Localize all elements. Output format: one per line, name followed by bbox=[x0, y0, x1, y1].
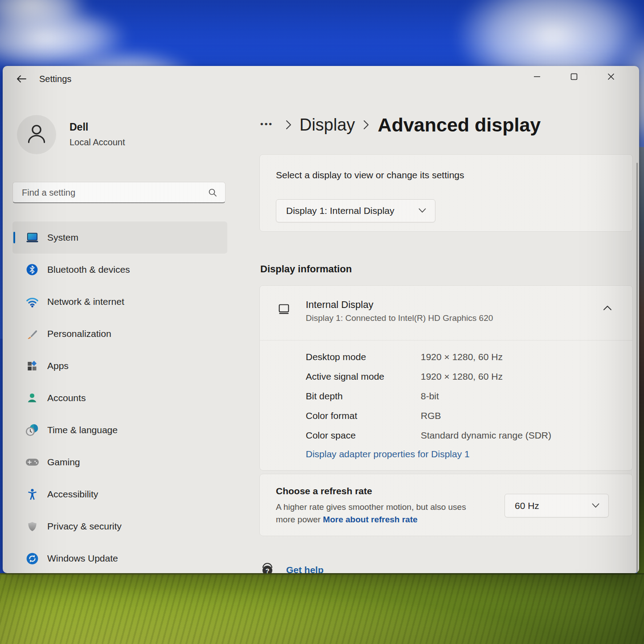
sidebar-item-privacy-security[interactable]: Privacy & security bbox=[12, 510, 227, 542]
search-input[interactable] bbox=[22, 184, 200, 201]
sidebar-item-personalization[interactable]: Personalization bbox=[12, 318, 227, 350]
account-type: Local Account bbox=[70, 137, 125, 148]
avatar[interactable] bbox=[17, 115, 56, 154]
accounts-icon bbox=[25, 391, 39, 405]
chevron-down-icon bbox=[592, 502, 599, 510]
gaming-icon bbox=[25, 455, 39, 469]
maximize-icon bbox=[570, 73, 578, 82]
maximize-button[interactable] bbox=[564, 69, 584, 86]
svg-text:?: ? bbox=[265, 567, 269, 573]
display-select-value: Display 1: Internal Display bbox=[286, 205, 394, 216]
select-display-heading: Select a display to view or change its s… bbox=[276, 170, 464, 180]
display-specs: Desktop mode 1920 × 1280, 60 Hz Active s… bbox=[306, 347, 551, 445]
window-title: Settings bbox=[39, 74, 71, 84]
sidebar-item-label: Gaming bbox=[47, 457, 80, 468]
back-arrow-icon bbox=[16, 75, 26, 85]
windows-update-icon bbox=[25, 551, 39, 566]
apps-icon bbox=[25, 359, 39, 373]
spec-label: Desktop mode bbox=[306, 352, 421, 362]
personalization-icon bbox=[25, 327, 39, 341]
get-help-label: Get help bbox=[286, 565, 324, 573]
bluetooth-icon bbox=[25, 263, 39, 277]
spec-value: 8-bit bbox=[421, 391, 439, 402]
chevron-up-icon[interactable] bbox=[603, 304, 612, 312]
spec-label: Bit depth bbox=[306, 391, 421, 402]
network-icon bbox=[25, 295, 39, 309]
back-button[interactable] bbox=[12, 71, 31, 88]
select-display-card: Select a display to view or change its s… bbox=[259, 154, 633, 232]
refresh-rate-value: 60 Hz bbox=[515, 500, 539, 511]
spec-row-active-signal-mode: Active signal mode 1920 × 1280, 60 Hz bbox=[306, 367, 551, 386]
get-help-link[interactable]: ? Get help bbox=[260, 562, 324, 573]
sidebar-item-label: Time & language bbox=[47, 425, 118, 435]
sidebar-item-network-internet[interactable]: Network & internet bbox=[12, 286, 227, 318]
account-name: Dell bbox=[70, 121, 88, 133]
wallpaper-grass bbox=[0, 573, 644, 644]
spec-label: Color space bbox=[306, 430, 421, 441]
monitor-icon bbox=[276, 303, 292, 318]
refresh-rate-description: A higher rate gives smoother motion, but… bbox=[276, 501, 485, 526]
sidebar-item-label: Privacy & security bbox=[47, 521, 122, 532]
page-title: Advanced display bbox=[378, 114, 541, 136]
sidebar-item-bluetooth-devices[interactable]: Bluetooth & devices bbox=[12, 254, 227, 286]
settings-window: Settings Dell Local Account System bbox=[3, 66, 639, 573]
more-about-refresh-rate-link[interactable]: More about refresh rate bbox=[323, 515, 418, 524]
refresh-rate-dropdown[interactable]: 60 Hz bbox=[505, 494, 609, 517]
spec-label: Active signal mode bbox=[306, 371, 421, 382]
sidebar-item-apps[interactable]: Apps bbox=[12, 350, 227, 382]
breadcrumb-display[interactable]: Display bbox=[299, 115, 355, 135]
sidebar-item-accounts[interactable]: Accounts bbox=[12, 382, 227, 414]
display-information-card: Internal Display Display 1: Connected to… bbox=[259, 285, 633, 471]
spec-row-bit-depth: Bit depth 8-bit bbox=[306, 386, 551, 406]
internal-display-title: Internal Display bbox=[306, 299, 373, 311]
titlebar: Settings bbox=[3, 66, 639, 92]
sidebar-item-label: Accounts bbox=[47, 393, 86, 403]
selected-indicator bbox=[13, 232, 15, 243]
system-icon bbox=[25, 230, 39, 245]
display-information-heading: Display information bbox=[260, 263, 352, 275]
sidebar-item-gaming[interactable]: Gaming bbox=[12, 446, 227, 478]
vertical-scrollbar[interactable] bbox=[636, 163, 638, 573]
help-icon: ? bbox=[260, 562, 275, 573]
spec-value: 1920 × 1280, 60 Hz bbox=[421, 352, 503, 362]
spec-value: RGB bbox=[421, 410, 441, 421]
chevron-down-icon bbox=[418, 207, 426, 215]
close-button[interactable] bbox=[601, 69, 621, 86]
sidebar-item-time-language[interactable]: Time & language bbox=[12, 414, 227, 446]
minimize-icon bbox=[533, 73, 541, 82]
sidebar-item-system[interactable]: System bbox=[12, 222, 227, 254]
sidebar-item-label: System bbox=[47, 232, 78, 243]
minimize-button[interactable] bbox=[527, 69, 547, 86]
sidebar-item-accessibility[interactable]: Accessibility bbox=[12, 478, 227, 510]
privacy-security-icon bbox=[25, 519, 39, 533]
spec-value: Standard dynamic range (SDR) bbox=[421, 430, 551, 441]
search-box[interactable] bbox=[12, 182, 226, 203]
internal-display-subtitle: Display 1: Connected to Intel(R) HD Grap… bbox=[306, 313, 493, 323]
sidebar-item-windows-update[interactable]: Windows Update bbox=[12, 542, 227, 573]
sidebar: System Bluetooth & devices Network & int… bbox=[12, 222, 227, 573]
display-select-dropdown[interactable]: Display 1: Internal Display bbox=[276, 199, 435, 222]
refresh-rate-card: Choose a refresh rate A higher rate give… bbox=[259, 474, 633, 536]
spec-label: Color format bbox=[306, 410, 421, 421]
spec-row-color-space: Color space Standard dynamic range (SDR) bbox=[306, 426, 551, 445]
spec-row-color-format: Color format RGB bbox=[306, 406, 551, 426]
sidebar-item-label: Network & internet bbox=[47, 296, 124, 307]
sidebar-item-label: Personalization bbox=[47, 328, 111, 339]
sidebar-item-label: Accessibility bbox=[47, 489, 98, 500]
sidebar-item-label: Bluetooth & devices bbox=[47, 264, 130, 275]
accessibility-icon bbox=[25, 487, 39, 501]
close-icon bbox=[607, 73, 615, 82]
breadcrumb: ••• Display Advanced display bbox=[258, 111, 541, 139]
divider bbox=[260, 340, 632, 340]
refresh-rate-title: Choose a refresh rate bbox=[276, 486, 372, 496]
breadcrumb-overflow-button[interactable]: ••• bbox=[258, 116, 278, 133]
search-icon bbox=[208, 188, 217, 199]
spec-value: 1920 × 1280, 60 Hz bbox=[421, 371, 503, 382]
chevron-right-icon bbox=[363, 120, 369, 130]
sidebar-item-label: Apps bbox=[47, 361, 69, 371]
person-icon bbox=[24, 121, 49, 148]
display-adapter-properties-link[interactable]: Display adapter properties for Display 1 bbox=[306, 449, 470, 459]
time-language-icon bbox=[25, 423, 39, 437]
spec-row-desktop-mode: Desktop mode 1920 × 1280, 60 Hz bbox=[306, 347, 551, 367]
chevron-right-icon bbox=[286, 120, 291, 130]
